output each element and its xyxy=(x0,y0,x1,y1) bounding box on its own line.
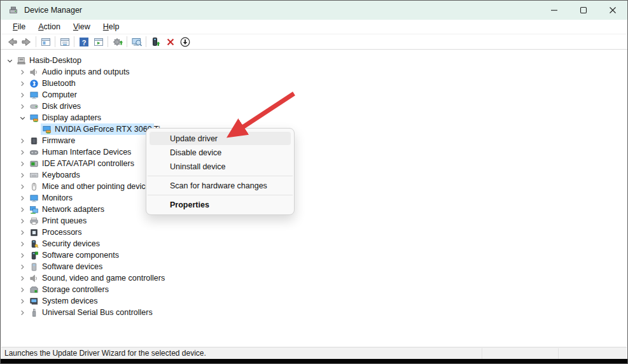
tree-item-software-devices[interactable]: Software devices xyxy=(1,261,627,272)
tree-item-network-adapters[interactable]: Network adapters xyxy=(1,204,627,215)
back-arrow-icon xyxy=(6,36,18,48)
properties-window-icon xyxy=(59,36,71,48)
chevron-right-icon[interactable] xyxy=(17,295,28,307)
minimize-icon xyxy=(550,6,558,14)
tree-item-system-devices[interactable]: System devices xyxy=(1,295,627,307)
tree-item-storage-controllers[interactable]: Storage controllers xyxy=(1,284,627,295)
tree-item-computer[interactable]: Computer xyxy=(1,89,627,101)
toolbar-help-button[interactable]: ? xyxy=(76,35,91,49)
tree-item-audio-inputs-and-outputs[interactable]: Audio inputs and outputs xyxy=(1,66,627,78)
chevron-down-icon[interactable] xyxy=(4,55,15,66)
tree-item-label: Universal Serial Bus controllers xyxy=(42,308,153,317)
toolbar-action-pane-button[interactable] xyxy=(91,35,106,49)
tree-item-bluetooth[interactable]: Bluetooth xyxy=(1,78,627,89)
context-menu-item-uninstall-device[interactable]: Uninstall device xyxy=(150,160,291,173)
menu-help[interactable]: Help xyxy=(97,21,126,33)
chevron-right-icon[interactable] xyxy=(17,215,28,227)
mouse-icon xyxy=(28,181,39,192)
tree-item-human-interface-devices[interactable]: Human Interface Devices xyxy=(1,146,627,158)
tree-item-label: Mice and other pointing devices xyxy=(42,182,154,191)
chevron-right-icon[interactable] xyxy=(17,192,28,204)
svg-text:?: ? xyxy=(81,38,86,46)
toolbar-scan-hardware-changes-button[interactable] xyxy=(129,35,144,49)
tree-item-print-queues[interactable]: Print queues xyxy=(1,215,627,227)
bottom-edge xyxy=(1,359,627,363)
tree-item-security-devices[interactable]: Security devices xyxy=(1,238,627,249)
chevron-right-icon[interactable] xyxy=(17,169,28,181)
network-icon xyxy=(28,204,39,214)
minimize-button[interactable] xyxy=(540,1,569,20)
ide-icon xyxy=(28,158,39,169)
chevron-right-icon[interactable] xyxy=(17,158,28,169)
monitor-icon xyxy=(28,90,39,100)
chevron-right-icon[interactable] xyxy=(17,227,28,238)
chevron-right-icon[interactable] xyxy=(17,261,28,272)
toolbar-update-driver-button[interactable] xyxy=(110,35,125,49)
gamepad-icon xyxy=(28,147,39,157)
toolbar-show-console-tree-button[interactable] xyxy=(38,35,53,49)
close-icon xyxy=(609,6,617,14)
chevron-right-icon[interactable] xyxy=(17,89,28,101)
status-panel-separator xyxy=(482,348,482,359)
system-icon xyxy=(28,296,39,306)
toolbar-separator xyxy=(146,36,146,47)
menu-file[interactable]: File xyxy=(6,21,32,33)
menu-action[interactable]: Action xyxy=(32,21,67,33)
toolbar-separator xyxy=(36,36,36,47)
tree-item-firmware[interactable]: Firmware xyxy=(1,135,627,146)
chevron-right-icon[interactable] xyxy=(17,101,28,112)
toolbar-properties-button[interactable] xyxy=(57,35,72,49)
tree-item-monitors[interactable]: Monitors xyxy=(1,192,627,204)
tree-item-keyboards[interactable]: Keyboards xyxy=(1,169,627,181)
tree-item-label: Audio inputs and outputs xyxy=(42,67,130,76)
tree-item-label: Bluetooth xyxy=(42,79,76,88)
chevron-right-icon[interactable] xyxy=(17,238,28,249)
toolbar-uninstall-device-button[interactable] xyxy=(163,35,178,49)
tree-item-sound-video-and-game-controllers[interactable]: Sound, video and game controllers xyxy=(1,272,627,284)
enable-device-icon xyxy=(150,36,162,48)
tree-item-processors[interactable]: Processors xyxy=(1,227,627,238)
toolbar-separator xyxy=(74,36,74,47)
tree-item-ide-ata-atapi-controllers[interactable]: IDE ATA/ATAPI controllers xyxy=(1,158,627,169)
menubar: FileActionViewHelp xyxy=(1,20,627,34)
chevron-right-icon[interactable] xyxy=(17,272,28,284)
chevron-right-icon[interactable] xyxy=(17,284,28,295)
chevron-right-icon[interactable] xyxy=(17,249,28,261)
tree-item-disk-drives[interactable]: Disk drives xyxy=(1,101,627,112)
chevron-down-icon[interactable] xyxy=(17,112,28,123)
device-tree: Hasib-DesktopAudio inputs and outputsBlu… xyxy=(1,50,627,347)
context-menu-item-properties[interactable]: Properties xyxy=(150,198,291,211)
chevron-right-icon[interactable] xyxy=(17,307,28,318)
speaker-icon xyxy=(28,67,39,77)
tree-item-mice-and-other-pointing-devices[interactable]: Mice and other pointing devices xyxy=(1,181,627,192)
bluetooth-icon xyxy=(28,78,39,88)
context-menu-separator xyxy=(148,195,293,195)
chevron-right-icon[interactable] xyxy=(17,146,28,158)
tree-item-universal-serial-bus-controllers[interactable]: Universal Serial Bus controllers xyxy=(1,307,627,318)
chevron-right-icon[interactable] xyxy=(17,204,28,215)
context-menu-item-disable-device[interactable]: Disable device xyxy=(150,146,291,159)
toolbar-forward-button[interactable] xyxy=(19,35,34,49)
toolbar-enable-device-button[interactable] xyxy=(148,35,163,49)
tree-item-nvidia-geforce-rtx-3060-ti[interactable]: NVIDIA GeForce RTX 3060 Ti xyxy=(1,123,627,135)
tree-item-label: Human Interface Devices xyxy=(42,148,131,157)
software-components-icon xyxy=(28,250,39,260)
chevron-right-icon[interactable] xyxy=(17,135,28,146)
tree-item-hasib-desktop[interactable]: Hasib-Desktop xyxy=(1,55,627,66)
chevron-right-icon[interactable] xyxy=(17,66,28,78)
tree-item-label: Keyboards xyxy=(42,171,80,179)
chevron-right-icon[interactable] xyxy=(17,181,28,192)
tree-item-software-components[interactable]: Software components xyxy=(1,249,627,261)
help-icon: ? xyxy=(78,36,90,48)
toolbar-disable-device-button[interactable] xyxy=(178,35,192,49)
tree-item-display-adapters[interactable]: Display adapters xyxy=(1,112,627,123)
context-menu-item-update-driver[interactable]: Update driver xyxy=(150,132,291,145)
gpu-icon xyxy=(41,124,52,134)
chevron-right-icon[interactable] xyxy=(17,78,28,89)
toolbar-back-button[interactable] xyxy=(4,35,19,49)
close-button[interactable] xyxy=(598,1,627,20)
maximize-button[interactable] xyxy=(569,1,598,20)
menu-view[interactable]: View xyxy=(67,21,97,33)
context-menu-item-scan-for-hardware-changes[interactable]: Scan for hardware changes xyxy=(150,179,291,192)
forward-arrow-icon xyxy=(21,36,32,48)
